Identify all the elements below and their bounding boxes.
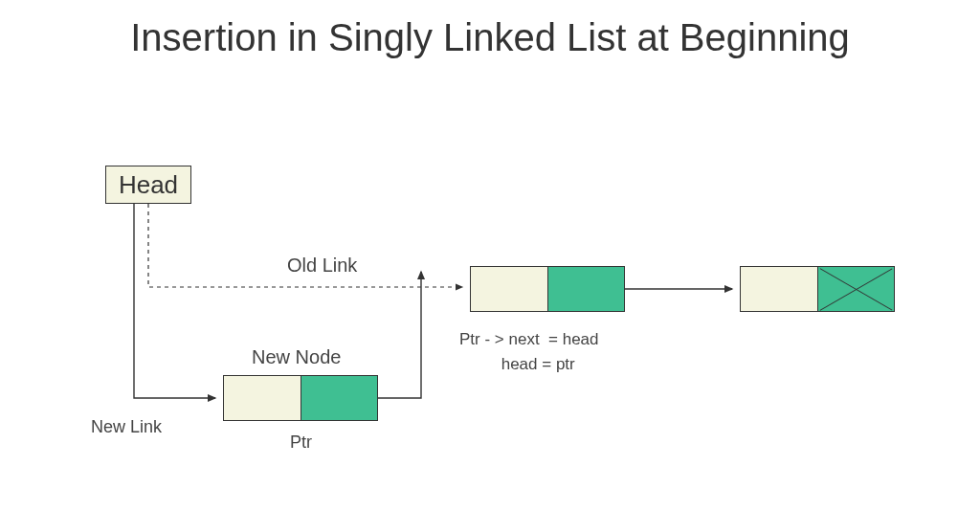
code-annotation: Ptr - > next = head head = ptr — [459, 327, 599, 376]
existing-node-1 — [470, 266, 625, 312]
pointer-cell — [301, 376, 378, 420]
existing-node-2 — [740, 266, 895, 312]
data-cell — [741, 267, 817, 311]
head-box-label: Head — [119, 170, 178, 200]
new-node-next-arrow — [378, 272, 421, 398]
data-cell — [224, 376, 301, 420]
new-link-label: New Link — [91, 417, 162, 437]
diagram-canvas: Insertion in Singly Linked List at Begin… — [0, 0, 980, 510]
old-link-label: Old Link — [287, 255, 357, 277]
new-link-arrow — [134, 204, 215, 398]
pointer-cell — [547, 267, 625, 311]
new-node — [223, 375, 378, 421]
new-node-label: New Node — [252, 346, 341, 368]
null-pointer-cell — [817, 267, 895, 311]
ptr-label: Ptr — [290, 432, 312, 453]
head-box: Head — [105, 166, 191, 204]
diagram-title: Insertion in Singly Linked List at Begin… — [0, 13, 980, 61]
data-cell — [471, 267, 547, 311]
